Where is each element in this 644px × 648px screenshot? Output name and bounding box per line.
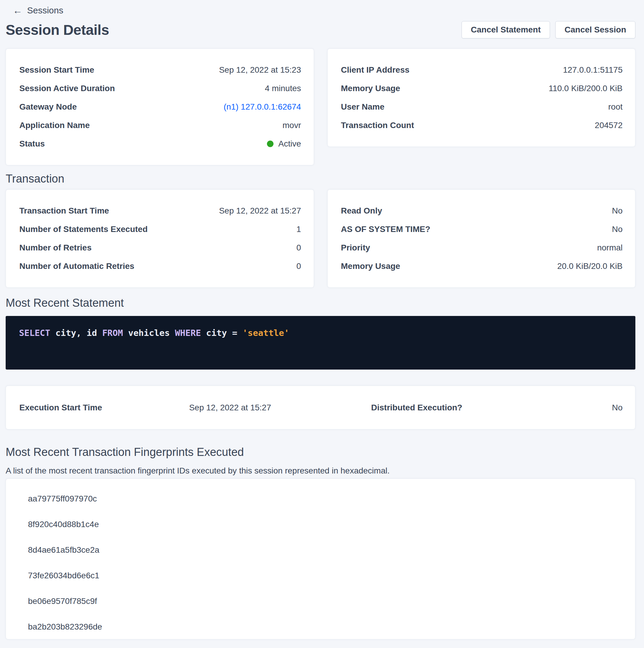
row-application-name: Application Name movr xyxy=(19,116,301,134)
cancel-session-button[interactable]: Cancel Session xyxy=(555,21,635,39)
row-value: Sep 12, 2022 at 15:27 xyxy=(219,206,301,216)
fingerprint-list-item: be06e9570f785c9f xyxy=(6,588,635,614)
row-automatic-retries: Number of Automatic Retries 0 xyxy=(19,257,301,275)
row-label: Priority xyxy=(341,243,370,253)
row-label: Session Start Time xyxy=(19,65,94,75)
transaction-section-heading: Transaction xyxy=(6,172,635,185)
statement-section-heading: Most Recent Statement xyxy=(6,296,635,309)
row-label: Client IP Address xyxy=(341,65,409,75)
row-value: 0 xyxy=(296,243,301,253)
fingerprint-list-item: 73fe26034bd6e6c1 xyxy=(6,563,635,588)
fingerprints-section-heading: Most Recent Transaction Fingerprints Exe… xyxy=(6,446,635,458)
row-value: root xyxy=(608,102,623,112)
row-memory-usage: Memory Usage 110.0 KiB/200.0 KiB xyxy=(341,79,623,98)
row-value: 4 minutes xyxy=(265,84,301,93)
row-session-start-time: Session Start Time Sep 12, 2022 at 15:23 xyxy=(19,61,301,79)
row-value: No xyxy=(612,224,623,234)
row-label: AS OF SYSTEM TIME? xyxy=(341,224,430,234)
fingerprints-card: aa79775ff097970c 8f920c40d88b1c4e 8d4ae6… xyxy=(6,479,635,639)
page-header: Session Details Cancel Statement Cancel … xyxy=(6,21,635,39)
row-value: Sep 12, 2022 at 15:23 xyxy=(219,65,301,75)
page-title: Session Details xyxy=(6,22,109,38)
sql-text: vehicles xyxy=(123,328,175,338)
transaction-details-card: Transaction Start Time Sep 12, 2022 at 1… xyxy=(6,190,314,288)
row-label: Gateway Node xyxy=(19,102,77,112)
row-label: Status xyxy=(19,139,45,149)
status-badge: Active xyxy=(267,139,301,149)
row-label: Transaction Count xyxy=(341,121,414,130)
fingerprint-list-item: 8d4ae61a5fb3ce2a xyxy=(6,537,635,563)
row-label: Memory Usage xyxy=(341,262,400,271)
back-to-sessions-link[interactable]: ← Sessions xyxy=(13,5,63,15)
sql-text: city, id xyxy=(50,328,102,338)
row-value: 0 xyxy=(296,262,301,271)
session-details-page: ← Sessions Session Details Cancel Statem… xyxy=(0,0,644,639)
row-label: Number of Automatic Retries xyxy=(19,262,134,271)
fingerprint-list-item: ba2b203b823296de xyxy=(6,614,635,640)
session-summary-grid: Session Start Time Sep 12, 2022 at 15:23… xyxy=(6,49,635,165)
sql-keyword: WHERE xyxy=(175,328,201,338)
status-value: Active xyxy=(278,139,301,149)
row-value: 110.0 KiB/200.0 KiB xyxy=(548,84,623,93)
header-actions: Cancel Statement Cancel Session xyxy=(462,21,635,39)
transaction-grid: Transaction Start Time Sep 12, 2022 at 1… xyxy=(6,190,635,288)
fingerprints-description: A list of the most recent transaction fi… xyxy=(6,466,635,476)
transaction-properties-card: Read Only No AS OF SYSTEM TIME? No Prior… xyxy=(327,190,636,288)
row-label: Number of Retries xyxy=(19,243,92,253)
sql-string-literal: 'seattle' xyxy=(242,328,289,338)
row-priority: Priority normal xyxy=(341,238,623,257)
row-value: 20.0 KiB/20.0 KiB xyxy=(558,262,623,271)
sql-text: city = xyxy=(201,328,242,338)
client-info-card: Client IP Address 127.0.0.1:51175 Memory… xyxy=(327,49,636,147)
sql-keyword: FROM xyxy=(102,328,123,338)
row-value: No xyxy=(612,206,623,216)
row-value: No xyxy=(612,403,623,413)
row-value: 204572 xyxy=(595,121,623,130)
execution-row: Execution Start Time Sep 12, 2022 at 15:… xyxy=(19,403,623,413)
row-value: Sep 12, 2022 at 15:27 xyxy=(189,403,271,413)
fingerprints-list: aa79775ff097970c 8f920c40d88b1c4e 8d4ae6… xyxy=(6,486,635,640)
sql-keyword: SELECT xyxy=(19,328,50,338)
row-label: Transaction Start Time xyxy=(19,206,109,216)
row-label: User Name xyxy=(341,102,385,112)
gateway-node-link[interactable]: (n1) 127.0.0.1:62674 xyxy=(224,102,301,112)
row-status: Status Active xyxy=(19,134,301,153)
sql-statement-block: SELECT city, id FROM vehicles WHERE city… xyxy=(6,316,635,370)
row-label: Number of Statements Executed xyxy=(19,224,148,234)
row-transaction-start-time: Transaction Start Time Sep 12, 2022 at 1… xyxy=(19,202,301,220)
row-label: Distributed Execution? xyxy=(371,403,462,413)
execution-start-time-cell: Execution Start Time Sep 12, 2022 at 15:… xyxy=(19,403,271,413)
row-value: 1 xyxy=(296,224,301,234)
row-gateway-node: Gateway Node (n1) 127.0.0.1:62674 xyxy=(19,98,301,116)
row-as-of-system-time: AS OF SYSTEM TIME? No xyxy=(341,220,623,238)
back-arrow-icon: ← xyxy=(13,6,22,15)
distributed-execution-cell: Distributed Execution? No xyxy=(371,403,623,413)
fingerprint-list-item: aa79775ff097970c xyxy=(6,486,635,511)
fingerprint-list-item: 8f920c40d88b1c4e xyxy=(6,511,635,537)
row-user-name: User Name root xyxy=(341,98,623,116)
row-value: 127.0.0.1:51175 xyxy=(563,65,623,75)
row-label: Application Name xyxy=(19,121,90,130)
row-label: Memory Usage xyxy=(341,84,400,93)
row-value: normal xyxy=(597,243,623,253)
status-active-dot-icon xyxy=(267,141,274,147)
cancel-statement-button[interactable]: Cancel Statement xyxy=(462,21,550,39)
row-txn-memory-usage: Memory Usage 20.0 KiB/20.0 KiB xyxy=(341,257,623,275)
row-value: movr xyxy=(282,121,301,130)
back-link-label: Sessions xyxy=(27,5,63,15)
row-read-only: Read Only No xyxy=(341,202,623,220)
row-label: Session Active Duration xyxy=(19,84,115,93)
row-client-ip-address: Client IP Address 127.0.0.1:51175 xyxy=(341,61,623,79)
session-info-card: Session Start Time Sep 12, 2022 at 15:23… xyxy=(6,49,314,165)
row-transaction-count: Transaction Count 204572 xyxy=(341,116,623,134)
execution-info-card: Execution Start Time Sep 12, 2022 at 15:… xyxy=(6,386,635,429)
row-label: Read Only xyxy=(341,206,382,216)
row-number-of-retries: Number of Retries 0 xyxy=(19,238,301,257)
row-statements-executed: Number of Statements Executed 1 xyxy=(19,220,301,238)
row-label: Execution Start Time xyxy=(19,403,102,413)
row-session-active-duration: Session Active Duration 4 minutes xyxy=(19,79,301,98)
